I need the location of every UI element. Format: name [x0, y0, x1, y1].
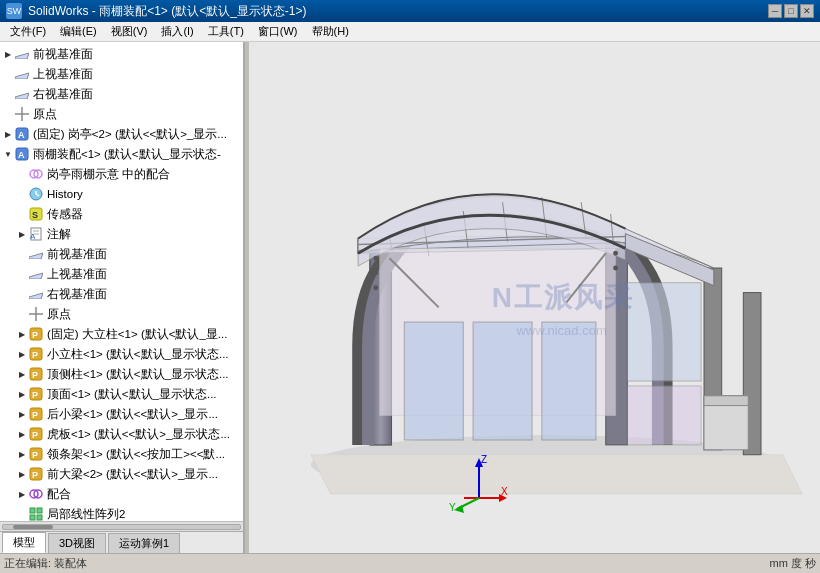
tree-arrow-18: ▶	[16, 408, 28, 420]
tree-icon-assembly: A	[14, 126, 30, 142]
horizontal-scrollbar[interactable]	[0, 521, 243, 531]
tree-icon-mate	[28, 166, 44, 182]
svg-rect-46	[37, 515, 42, 520]
tree-label-15: 小立柱<1> (默认<默认_显示状态...	[47, 347, 229, 362]
bottom-tab-1[interactable]: 3D视图	[48, 533, 106, 553]
maximize-button[interactable]: □	[784, 4, 798, 18]
tree-icon-part: P	[28, 406, 44, 422]
tree-item-10[interactable]: 前视基准面	[0, 244, 243, 264]
tree-item-7[interactable]: History	[0, 184, 243, 204]
tree-item-18[interactable]: ▶P后小梁<1> (默认<<默认>_显示...	[0, 404, 243, 424]
tree-arrow-17: ▶	[16, 388, 28, 400]
tree-item-21[interactable]: ▶P前大梁<2> (默认<<默认>_显示...	[0, 464, 243, 484]
tree-icon-plane	[28, 266, 44, 282]
tree-icon-plane	[14, 46, 30, 62]
tree-arrow-15: ▶	[16, 348, 28, 360]
tree-icon-assembly: A	[14, 146, 30, 162]
tree-item-13[interactable]: 原点	[0, 304, 243, 324]
tree-item-20[interactable]: ▶P领条架<1> (默认<<按加工><<默...	[0, 444, 243, 464]
menu-item-t[interactable]: 工具(T)	[202, 22, 250, 41]
close-button[interactable]: ✕	[800, 4, 814, 18]
tree-icon-plane	[28, 246, 44, 262]
tree-item-1[interactable]: 上视基准面	[0, 64, 243, 84]
tree-arrow-4: ▶	[2, 128, 14, 140]
tree-item-6[interactable]: 岗亭雨棚示意 中的配合	[0, 164, 243, 184]
menu-item-w[interactable]: 窗口(W)	[252, 22, 304, 41]
tree-item-15[interactable]: ▶P小立柱<1> (默认<默认_显示状态...	[0, 344, 243, 364]
bottom-tab-2[interactable]: 运动算例1	[108, 533, 180, 553]
tree-arrow-22: ▶	[16, 488, 28, 500]
menu-item-f[interactable]: 文件(F)	[4, 22, 52, 41]
tree-arrow-8	[16, 208, 28, 220]
menu-bar: 文件(F)编辑(E)视图(V)插入(I)工具(T)窗口(W)帮助(H)	[0, 22, 820, 42]
svg-marker-20	[29, 253, 43, 259]
tree-arrow-13	[16, 308, 28, 320]
tree-label-13: 原点	[47, 307, 71, 322]
menu-item-e[interactable]: 编辑(E)	[54, 22, 103, 41]
tree-label-11: 上视基准面	[47, 267, 107, 282]
tree-label-7: History	[47, 188, 83, 200]
tree-item-22[interactable]: ▶配合	[0, 484, 243, 504]
svg-rect-43	[30, 508, 35, 513]
svg-marker-22	[29, 293, 43, 299]
tree-item-9[interactable]: ▶A注解	[0, 224, 243, 244]
tree-item-12[interactable]: 右视基准面	[0, 284, 243, 304]
svg-marker-0	[15, 53, 29, 59]
title-bar: SW SolidWorks - 雨棚装配<1> (默认<默认_显示状态-1>) …	[0, 0, 820, 22]
svg-text:P: P	[32, 370, 38, 380]
svg-text:P: P	[32, 350, 38, 360]
bottom-tab-0[interactable]: 模型	[2, 532, 46, 553]
tree-item-11[interactable]: 上视基准面	[0, 264, 243, 284]
tree-arrow-9: ▶	[16, 228, 28, 240]
svg-marker-2	[15, 93, 29, 99]
svg-marker-21	[29, 273, 43, 279]
tree-icon-plane	[14, 86, 30, 102]
tree-item-14[interactable]: ▶P(固定) 大立柱<1> (默认<默认_显...	[0, 324, 243, 344]
menu-item-h[interactable]: 帮助(H)	[306, 22, 355, 41]
tree-label-5: 雨棚装配<1> (默认<默认_显示状态-	[33, 147, 221, 162]
svg-rect-44	[37, 508, 42, 513]
tree-item-23[interactable]: 局部线性阵列2	[0, 504, 243, 521]
tree-arrow-14: ▶	[16, 328, 28, 340]
tree-item-0[interactable]: ▶前视基准面	[0, 44, 243, 64]
scroll-track	[2, 524, 241, 530]
title-bar-title: SolidWorks - 雨棚装配<1> (默认<默认_显示状态-1>)	[28, 3, 768, 20]
tree-label-21: 前大梁<2> (默认<<默认>_显示...	[47, 467, 218, 482]
feature-tree[interactable]: ▶前视基准面上视基准面右视基准面原点▶A(固定) 岗亭<2> (默认<<默认>_…	[0, 42, 243, 521]
tree-arrow-6	[16, 168, 28, 180]
viewport[interactable]: N工派风采 www.nicad.com Z X	[249, 42, 820, 553]
tree-item-4[interactable]: ▶A(固定) 岗亭<2> (默认<<默认>_显示...	[0, 124, 243, 144]
tree-label-18: 后小梁<1> (默认<<默认>_显示...	[47, 407, 218, 422]
tree-item-3[interactable]: 原点	[0, 104, 243, 124]
tree-item-17[interactable]: ▶P顶面<1> (默认<默认_显示状态...	[0, 384, 243, 404]
menu-item-v[interactable]: 视图(V)	[105, 22, 154, 41]
tree-arrow-10	[16, 248, 28, 260]
tree-icon-part: P	[28, 466, 44, 482]
tree-item-16[interactable]: ▶P顶侧柱<1> (默认<默认_显示状态...	[0, 364, 243, 384]
minimize-button[interactable]: ─	[768, 4, 782, 18]
tree-icon-mate2	[28, 486, 44, 502]
tree-icon-part: P	[28, 326, 44, 342]
tree-item-2[interactable]: 右视基准面	[0, 84, 243, 104]
tree-label-10: 前视基准面	[47, 247, 107, 262]
tree-icon-pattern	[28, 506, 44, 521]
tree-item-8[interactable]: S传感器	[0, 204, 243, 224]
tree-label-20: 领条架<1> (默认<<按加工><<默...	[47, 447, 225, 462]
axis-indicator: Z X Y	[449, 453, 509, 513]
svg-text:A: A	[18, 150, 25, 160]
status-right: mm 度 秒	[770, 556, 816, 571]
svg-text:P: P	[32, 410, 38, 420]
svg-marker-54	[311, 455, 802, 494]
model-canvas: N工派风采 www.nicad.com Z X	[249, 42, 820, 553]
svg-rect-70	[404, 322, 463, 440]
tree-arrow-7	[16, 188, 28, 200]
tree-item-19[interactable]: ▶P虎板<1> (默认<<默认>_显示状态...	[0, 424, 243, 444]
svg-rect-76	[704, 396, 748, 406]
menu-item-i[interactable]: 插入(I)	[155, 22, 199, 41]
tree-item-5[interactable]: ▼A雨棚装配<1> (默认<默认_显示状态-	[0, 144, 243, 164]
tree-label-4: (固定) 岗亭<2> (默认<<默认>_显示...	[33, 127, 227, 142]
svg-text:P: P	[32, 470, 38, 480]
svg-text:P: P	[32, 330, 38, 340]
tree-icon-part: P	[28, 446, 44, 462]
tree-label-0: 前视基准面	[33, 47, 93, 62]
